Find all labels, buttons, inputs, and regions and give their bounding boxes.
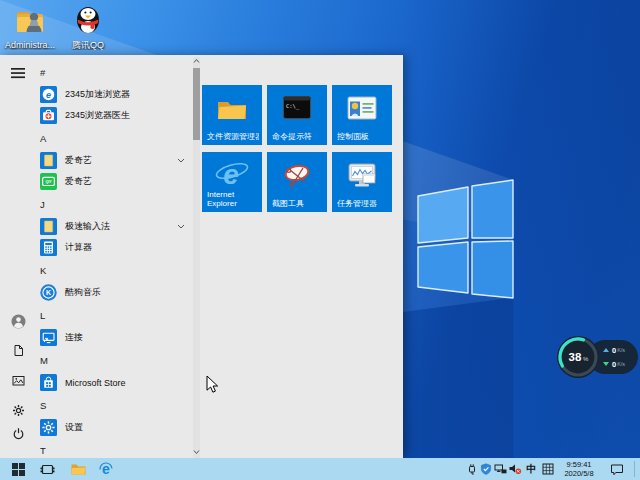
app-list-item[interactable]: 设置 (36, 417, 193, 438)
file-explorer-taskbar-button[interactable] (64, 458, 92, 480)
avatar-icon (11, 314, 26, 329)
tile-label: 命令提示符 (272, 132, 324, 141)
scroll-up-icon[interactable] (193, 58, 200, 64)
user-folder-icon (14, 7, 46, 39)
snipping-tool-icon (281, 163, 313, 189)
app-section-header[interactable]: # (36, 60, 193, 84)
usb-tray-icon[interactable] (464, 458, 479, 480)
app-label: 爱奇艺 (65, 175, 92, 188)
desktop-icon-label: 腾讯QQ (59, 40, 117, 50)
app-group-jisu-ime[interactable]: 极速输入法 (36, 216, 193, 237)
show-desktop-divider[interactable] (634, 461, 635, 477)
document-icon (12, 344, 25, 357)
app-label: 酷狗音乐 (65, 286, 101, 299)
app-label: 2345加速浏览器 (65, 88, 130, 101)
volume-muted-tray-icon[interactable] (508, 458, 523, 480)
action-center-button[interactable] (608, 458, 626, 480)
app-list-item[interactable]: 连接 (36, 327, 193, 348)
start-menu-panel: # e 2345加速浏览器 2345浏览器医生 (0, 55, 403, 458)
ime-language-tray-icon[interactable]: 中 (524, 458, 539, 480)
download-value: 0 (612, 360, 616, 369)
connect-icon (40, 329, 57, 346)
power-icon (12, 427, 25, 440)
windows-start-icon (12, 463, 25, 476)
app-section-header[interactable]: K (36, 258, 193, 282)
upload-speed-row: 0 K/s (603, 343, 638, 357)
desktop-icon-qq[interactable]: 腾讯QQ (59, 3, 117, 50)
tile-snipping-tool[interactable]: 截图工具 (267, 152, 327, 212)
app-section-header[interactable]: M (36, 348, 193, 372)
app-list-item[interactable]: K 酷狗音乐 (36, 282, 193, 303)
section-header-label: M (40, 355, 48, 366)
download-arrow-icon (603, 362, 609, 366)
desktop-icon-label: Administra... (1, 40, 59, 50)
chevron-down-icon[interactable] (177, 158, 185, 163)
start-app-list: # e 2345加速浏览器 2345浏览器医生 (36, 60, 193, 462)
security-shield-tray-icon[interactable] (478, 458, 493, 480)
app-group-iqiyi[interactable]: 爱奇艺 (36, 150, 193, 171)
tile-task-manager[interactable]: 任务管理器 (332, 152, 392, 212)
section-header-label: S (40, 400, 46, 411)
task-view-button[interactable] (33, 458, 61, 480)
app-label: 连接 (65, 331, 83, 344)
taskbar-clock[interactable]: 9:59:41 2020/5/8 (556, 460, 602, 478)
app-list-item[interactable]: QIY 爱奇艺 (36, 171, 193, 192)
scrollbar-thumb[interactable] (193, 68, 200, 140)
memory-usage-ball[interactable]: 38 % (555, 334, 601, 380)
svg-text:QIY: QIY (45, 180, 52, 184)
app-list-item[interactable]: e 2345加速浏览器 (36, 84, 193, 105)
ime-grid-tray-icon[interactable] (540, 458, 555, 480)
user-account-button[interactable] (7, 311, 29, 331)
app-section-header[interactable]: L (36, 303, 193, 327)
download-unit: K/s (617, 361, 625, 367)
calculator-icon (40, 239, 57, 256)
app-list-scrollbar[interactable] (193, 57, 200, 458)
taskbar: e (0, 458, 640, 480)
section-header-label: A (40, 133, 46, 144)
chevron-down-icon[interactable] (177, 224, 185, 229)
app-folder-icon (40, 218, 57, 235)
settings-button[interactable] (7, 400, 29, 420)
tile-label: 文件资源管理器 (207, 132, 259, 141)
gear-icon (12, 404, 25, 417)
network-tray-icon[interactable] (493, 458, 508, 480)
ie-icon: e (214, 158, 250, 190)
tile-file-explorer[interactable]: 文件资源管理器 (202, 85, 262, 145)
power-button[interactable] (7, 423, 29, 443)
app-list-item[interactable]: 计算器 (36, 237, 193, 258)
app-list-item[interactable]: 2345浏览器医生 (36, 105, 193, 126)
svg-text:%: % (583, 356, 589, 362)
svg-text:e: e (46, 90, 51, 100)
app-section-header[interactable]: S (36, 393, 193, 417)
app-label: 极速输入法 (65, 220, 110, 233)
scroll-down-icon[interactable] (193, 449, 200, 455)
app-label: 2345浏览器医生 (65, 109, 130, 122)
2345-doctor-icon (40, 107, 57, 124)
upload-value: 0 (612, 346, 616, 355)
ime-language-label: 中 (527, 462, 537, 476)
edge-taskbar-button[interactable]: e (92, 458, 120, 480)
pictures-button[interactable] (7, 370, 29, 390)
documents-button[interactable] (7, 340, 29, 360)
app-section-header[interactable]: J (36, 192, 193, 216)
tile-internet-explorer[interactable]: e Internet Explorer (202, 152, 262, 212)
cmd-icon: C:\_ (283, 96, 311, 119)
section-header-label: K (40, 265, 46, 276)
app-section-header[interactable]: A (36, 126, 193, 150)
pictures-icon (12, 374, 25, 387)
start-button[interactable] (4, 458, 32, 480)
svg-text:C:\_: C:\_ (286, 103, 300, 110)
store-icon (40, 374, 57, 391)
tile-control-panel[interactable]: 控制面板 (332, 85, 392, 145)
section-header-label: L (40, 310, 45, 321)
tile-label: 截图工具 (272, 199, 324, 208)
tile-command-prompt[interactable]: C:\_ 命令提示符 (267, 85, 327, 145)
section-header-label: # (40, 67, 45, 78)
control-panel-icon (347, 96, 377, 120)
app-label: 爱奇艺 (65, 154, 92, 167)
desktop-icon-administrator[interactable]: Administra... (1, 7, 59, 50)
file-explorer-icon (71, 463, 86, 475)
app-list-item[interactable]: Microsoft Store (36, 372, 193, 393)
file-explorer-icon (216, 96, 248, 122)
hamburger-menu-button[interactable] (7, 63, 29, 83)
